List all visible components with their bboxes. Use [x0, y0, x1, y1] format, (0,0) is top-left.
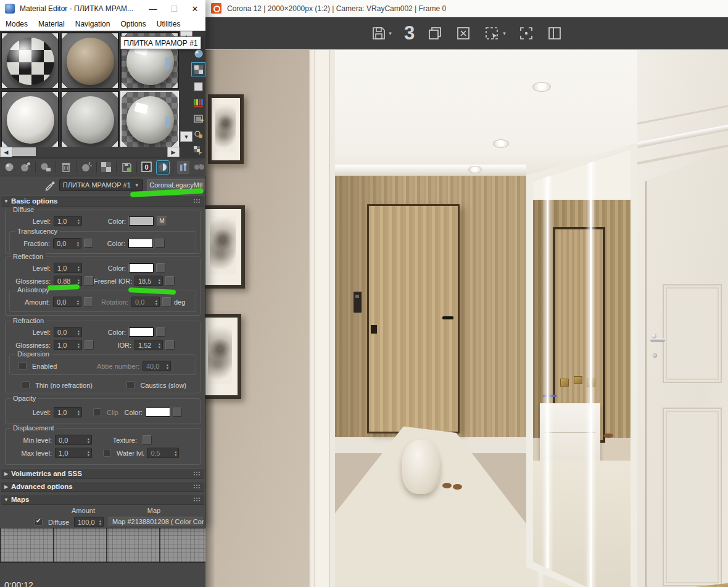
chevron-down-icon[interactable]: ▾: [503, 30, 506, 36]
translucency-fraction-spinner[interactable]: 0,0: [53, 238, 81, 248]
reflection-color-map-button[interactable]: [156, 263, 165, 273]
sample-slot-grey[interactable]: [60, 91, 119, 148]
picture-frame: [205, 314, 241, 399]
glossiness-map-button[interactable]: [85, 276, 94, 285]
hscroll-left[interactable]: ◀: [0, 147, 12, 157]
menu-material[interactable]: Material: [38, 20, 65, 28]
translucency-fraction-map-button[interactable]: [84, 239, 93, 248]
slots-hscrollbar[interactable]: ◀ ▶: [0, 147, 180, 157]
min-level-spinner[interactable]: 0,0: [55, 435, 92, 445]
get-material-icon[interactable]: [3, 161, 15, 174]
save-material-icon[interactable]: [120, 161, 133, 174]
render-region-button[interactable]: ▾: [484, 25, 506, 41]
refraction-level-spinner[interactable]: 0,0: [54, 327, 82, 337]
diffuse-map-amount-spinner[interactable]: 100,0: [74, 517, 104, 527]
dispersion-enabled-checkbox[interactable]: [19, 362, 27, 370]
show-background-icon[interactable]: [101, 161, 113, 174]
diffuse-map-m-button[interactable]: M: [157, 216, 167, 226]
options-icon[interactable]: [192, 128, 205, 141]
spinner-arrows-icon: [76, 218, 81, 224]
caustics-label: Caustics (slow): [138, 382, 186, 389]
menu-modes[interactable]: Modes: [6, 20, 28, 28]
material-editor-titlebar[interactable]: Material Editor - ПЛИТКА МРАМ... — ☐ ✕: [0, 0, 205, 17]
minimize-button[interactable]: —: [143, 1, 163, 17]
anisotropy-amount-spinner[interactable]: 0,0: [53, 297, 81, 307]
rollout-volumetrics[interactable]: ▶ Volumetrics and SSS: [1, 468, 204, 479]
rollout-basic-options[interactable]: ▼ Basic options: [1, 195, 204, 207]
reflection-color-swatch[interactable]: [129, 263, 154, 273]
ceiling-spotlight: [468, 166, 482, 173]
make-unique-icon[interactable]: [80, 161, 93, 174]
maximize-button[interactable]: ☐: [163, 1, 184, 17]
track-mouse-button[interactable]: [518, 25, 534, 41]
sample-slot-marble-selected[interactable]: [120, 91, 179, 148]
menu-navigation[interactable]: Navigation: [75, 20, 110, 28]
menu-utilities[interactable]: Utilities: [157, 20, 181, 28]
close-button[interactable]: ✕: [184, 1, 205, 17]
ior-map-button[interactable]: [165, 340, 175, 350]
water-level-spinner[interactable]: 0,5: [147, 448, 179, 458]
ior-spinner[interactable]: 1,52: [134, 340, 163, 350]
slots-scroll-down[interactable]: ▼: [180, 131, 192, 142]
go-forward-sibling-icon[interactable]: [193, 161, 205, 174]
refraction-color-swatch[interactable]: [129, 327, 154, 337]
duplicate-button[interactable]: [427, 25, 443, 41]
diffuse-map-checkbox[interactable]: [35, 518, 43, 526]
assign-to-selection-icon[interactable]: [39, 161, 52, 174]
background-icon[interactable]: [192, 63, 205, 76]
menu-options[interactable]: Options: [120, 20, 146, 28]
rollout-maps[interactable]: ▼ Maps: [1, 494, 204, 505]
cornice-line: [637, 103, 728, 125]
diffuse-map-button[interactable]: Map #2138801208 ( Color Corre: [109, 517, 204, 527]
clip-checkbox[interactable]: [93, 408, 101, 416]
spinner-arrows-icon: [76, 329, 81, 335]
translucency-color-map-button[interactable]: [155, 239, 165, 248]
refraction-glossiness-spinner[interactable]: 1,0: [54, 340, 82, 350]
sample-slot-white[interactable]: [1, 91, 59, 148]
fresnel-ior-spinner[interactable]: 18,5: [134, 276, 163, 286]
caustics-checkbox[interactable]: [126, 381, 134, 389]
material-name-dropdown[interactable]: ПЛИТКА МРАМОР #1 ▼: [59, 179, 143, 191]
opacity-level-spinner[interactable]: 1,0: [54, 407, 82, 417]
make-preview-icon[interactable]: [192, 112, 205, 125]
clear-button[interactable]: [455, 25, 471, 41]
max-level-spinner[interactable]: 1,0: [55, 448, 92, 458]
show-end-result-icon[interactable]: [157, 161, 169, 174]
spinner-arrows-icon: [75, 299, 81, 305]
delete-icon[interactable]: [60, 161, 72, 174]
video-color-check-icon[interactable]: [192, 96, 205, 109]
ab-split-button[interactable]: [547, 25, 563, 41]
texture-map-button[interactable]: [143, 435, 152, 445]
anisotropy-amount-map-button[interactable]: [84, 297, 93, 306]
sample-uv-tiling-icon[interactable]: [192, 80, 205, 93]
diffuse-level-spinner[interactable]: 1,0: [54, 216, 82, 226]
rotation-map-button[interactable]: [162, 297, 172, 306]
max-level-label: Max level:: [6, 449, 55, 457]
chevron-down-icon[interactable]: ▾: [389, 30, 392, 36]
reflection-level-spinner[interactable]: 1,0: [54, 263, 82, 273]
rollout-advanced[interactable]: ▶ Advanced options: [1, 481, 204, 492]
hscroll-right[interactable]: ▶: [167, 147, 180, 157]
opacity-color-swatch[interactable]: [146, 408, 170, 417]
select-by-material-icon[interactable]: [192, 144, 205, 157]
vfb-titlebar[interactable]: Corona 12 | 2000×2000px (1:2) | Camera: …: [205, 0, 728, 17]
sample-slot-checker[interactable]: [1, 32, 59, 89]
refraction-glossiness-map-button[interactable]: [85, 340, 94, 350]
abbe-number-spinner[interactable]: 40,0: [143, 361, 171, 371]
abbe-number-label: Abbe number:: [97, 363, 143, 370]
go-to-parent-icon[interactable]: [177, 161, 189, 174]
opacity-color-map-button[interactable]: [173, 408, 182, 417]
water-level-checkbox[interactable]: [103, 449, 111, 457]
thin-checkbox[interactable]: [22, 381, 30, 389]
put-to-library-icon[interactable]: [19, 161, 31, 174]
translucency-color-swatch[interactable]: [128, 239, 153, 248]
save-button[interactable]: ▾: [371, 25, 392, 41]
sample-slot-brown[interactable]: [60, 32, 119, 89]
diffuse-color-swatch[interactable]: [129, 216, 154, 226]
fresnel-ior-map-button[interactable]: [165, 276, 175, 285]
hscroll-thumb[interactable]: [12, 147, 36, 156]
pick-material-eyedropper-icon[interactable]: [44, 179, 56, 191]
material-id-0-icon[interactable]: 0: [141, 161, 153, 174]
rotation-spinner[interactable]: 0,0: [131, 297, 160, 307]
refraction-color-map-button[interactable]: [156, 327, 165, 337]
